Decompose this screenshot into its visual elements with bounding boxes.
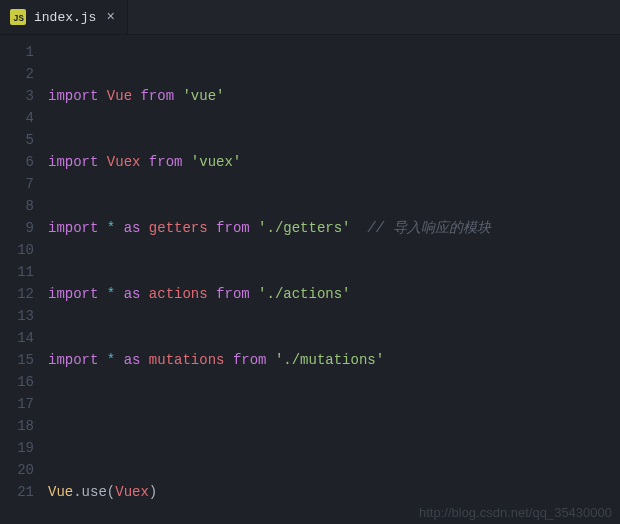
line-number: 4 xyxy=(0,107,48,129)
line-number: 9 xyxy=(0,217,48,239)
line-number: 17 xyxy=(0,393,48,415)
line-number: 7 xyxy=(0,173,48,195)
editor-tab[interactable]: JS index.js × xyxy=(0,0,128,34)
line-number: 12 xyxy=(0,283,48,305)
code-area[interactable]: import Vue from 'vue' import Vuex from '… xyxy=(48,35,620,524)
line-number: 5 xyxy=(0,129,48,151)
line-number: 3 xyxy=(0,85,48,107)
tab-filename: index.js xyxy=(34,10,96,25)
line-number: 15 xyxy=(0,349,48,371)
line-number: 19 xyxy=(0,437,48,459)
code-editor[interactable]: 1 2 3 4 5 6 7 8 9 10 11 12 13 14 15 16 1… xyxy=(0,35,620,524)
line-number: 10 xyxy=(0,239,48,261)
code-line: import * as getters from './getters' // … xyxy=(48,217,620,239)
line-number: 13 xyxy=(0,305,48,327)
line-number: 11 xyxy=(0,261,48,283)
line-number-gutter: 1 2 3 4 5 6 7 8 9 10 11 12 13 14 15 16 1… xyxy=(0,35,48,524)
line-number: 20 xyxy=(0,459,48,481)
watermark-text: http://blog.csdn.net/qq_35430000 xyxy=(419,505,612,520)
line-number: 16 xyxy=(0,371,48,393)
line-number: 6 xyxy=(0,151,48,173)
line-number: 14 xyxy=(0,327,48,349)
tab-bar: JS index.js × xyxy=(0,0,620,35)
code-line: Vue.use(Vuex) xyxy=(48,481,620,503)
code-line: import Vue from 'vue' xyxy=(48,85,620,107)
code-line: import * as mutations from './mutations' xyxy=(48,349,620,371)
line-number: 8 xyxy=(0,195,48,217)
code-line: import Vuex from 'vuex' xyxy=(48,151,620,173)
line-number: 18 xyxy=(0,415,48,437)
code-line: import * as actions from './actions' xyxy=(48,283,620,305)
line-number: 21 xyxy=(0,481,48,503)
js-file-icon: JS xyxy=(10,9,26,25)
close-icon[interactable]: × xyxy=(104,9,116,25)
line-number: 2 xyxy=(0,63,48,85)
code-line xyxy=(48,415,620,437)
line-number: 1 xyxy=(0,41,48,63)
